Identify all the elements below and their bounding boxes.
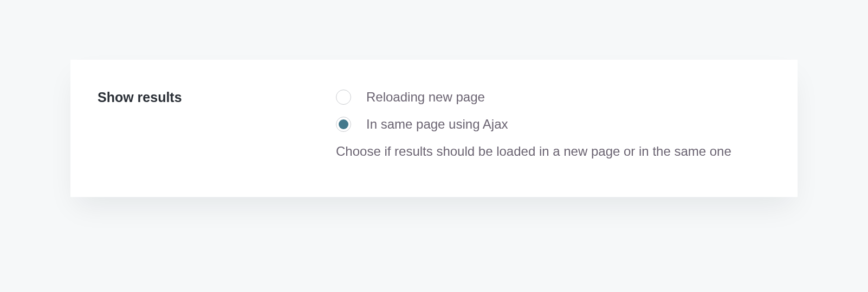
setting-help-text: Choose if results should be loaded in a … [336, 144, 770, 159]
radio-option-reload[interactable]: Reloading new page [336, 90, 770, 105]
radio-icon [336, 117, 351, 132]
radio-icon [336, 90, 351, 105]
settings-card: Show results Reloading new page In same … [70, 60, 798, 197]
setting-label-column: Show results [98, 90, 336, 105]
radio-label: In same page using Ajax [366, 117, 508, 132]
setting-control-column: Reloading new page In same page using Aj… [336, 90, 770, 159]
radio-option-ajax[interactable]: In same page using Ajax [336, 117, 770, 132]
setting-title: Show results [98, 90, 336, 105]
radio-label: Reloading new page [366, 90, 485, 105]
